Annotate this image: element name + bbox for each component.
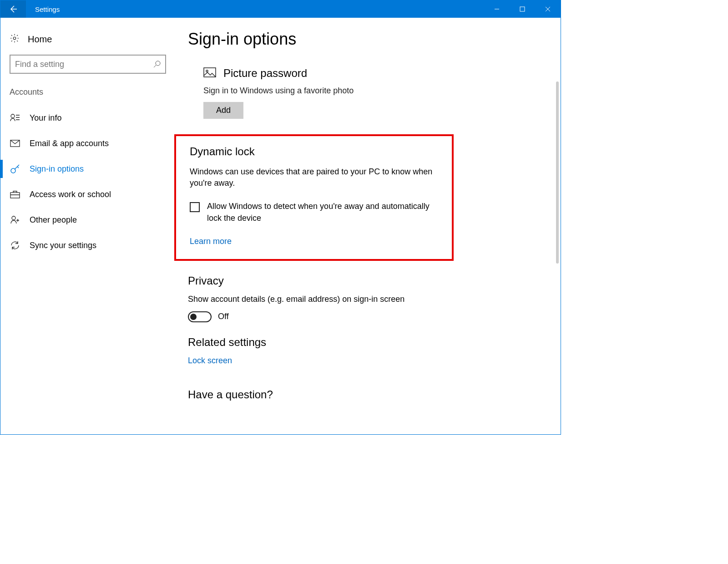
picture-icon <box>203 67 216 79</box>
sidebar-item-label: Your info <box>30 113 61 123</box>
question-heading: Have a question? <box>188 388 506 401</box>
close-icon <box>545 6 551 12</box>
mail-icon <box>10 138 20 149</box>
checkbox-icon[interactable] <box>190 202 200 212</box>
lock-screen-link[interactable]: Lock screen <box>188 356 232 365</box>
gear-icon <box>10 33 20 46</box>
maximize-icon <box>520 6 525 12</box>
sidebar-item-label: Access work or school <box>30 190 111 199</box>
scrollbar-thumb[interactable] <box>556 81 559 264</box>
minimize-button[interactable] <box>484 0 510 18</box>
add-button[interactable]: Add <box>203 102 243 119</box>
sidebar-item-sync[interactable]: Sync your settings <box>10 233 169 258</box>
person-card-icon <box>10 112 20 123</box>
privacy-desc: Show account details (e.g. email address… <box>188 295 506 304</box>
privacy-toggle-row: Off <box>188 311 506 322</box>
home-label: Home <box>28 34 52 45</box>
main-content: Sign-in options Picture password Sign in… <box>169 18 506 434</box>
svg-point-1 <box>13 37 16 40</box>
home-button[interactable]: Home <box>10 29 169 55</box>
minimize-icon <box>494 6 500 12</box>
category-label: Accounts <box>10 87 169 97</box>
svg-rect-6 <box>10 193 20 198</box>
sync-icon <box>10 240 20 251</box>
related-heading: Related settings <box>188 336 506 349</box>
sidebar-item-people[interactable]: Other people <box>10 207 169 233</box>
maximize-button[interactable] <box>510 0 535 18</box>
privacy-toggle-state: Off <box>218 312 229 321</box>
picture-password-heading: Picture password <box>223 67 307 80</box>
search-input[interactable] <box>15 60 147 69</box>
svg-point-7 <box>12 216 15 220</box>
svg-point-2 <box>156 61 160 66</box>
close-button[interactable] <box>535 0 561 18</box>
people-icon <box>10 214 20 225</box>
svg-point-9 <box>206 70 208 72</box>
briefcase-icon <box>10 189 20 200</box>
dynamic-lock-highlight: Dynamic lock Windows can use devices tha… <box>174 134 454 261</box>
window-controls <box>484 0 561 18</box>
dynamic-lock-desc: Windows can use devices that are paired … <box>190 166 435 189</box>
svg-point-3 <box>11 114 15 118</box>
window-title: Settings <box>35 5 60 13</box>
privacy-toggle[interactable] <box>188 311 212 322</box>
scrollbar[interactable] <box>553 18 560 434</box>
sidebar-item-label: Email & app accounts <box>30 139 109 148</box>
sidebar-item-label: Sign-in options <box>30 164 84 174</box>
sidebar-item-your-info[interactable]: Your info <box>10 105 169 131</box>
sidebar-item-label: Sync your settings <box>30 241 96 250</box>
picture-password-heading-row: Picture password <box>203 67 506 80</box>
picture-password-desc: Sign in to Windows using a favorite phot… <box>203 86 506 96</box>
search-box[interactable] <box>10 55 166 74</box>
sidebar-item-email[interactable]: Email & app accounts <box>10 131 169 156</box>
sidebar-item-signin[interactable]: Sign-in options <box>10 156 169 182</box>
sidebar-item-label: Other people <box>30 215 77 225</box>
key-icon <box>10 163 20 174</box>
privacy-heading: Privacy <box>188 274 506 287</box>
dynamic-lock-checkbox-label: Allow Windows to detect when you're away… <box>207 201 435 224</box>
svg-rect-0 <box>520 7 525 11</box>
dynamic-lock-heading: Dynamic lock <box>190 145 443 158</box>
sidebar: Home Accounts Your info Email & app acco… <box>0 18 169 434</box>
sidebar-item-work[interactable]: Access work or school <box>10 182 169 207</box>
learn-more-link[interactable]: Learn more <box>190 237 232 246</box>
titlebar: Settings <box>0 0 561 18</box>
back-arrow-icon <box>9 5 18 14</box>
toggle-knob-icon <box>190 314 197 320</box>
page-title: Sign-in options <box>188 30 506 49</box>
search-icon <box>153 61 161 68</box>
dynamic-lock-checkbox-row[interactable]: Allow Windows to detect when you're away… <box>190 201 435 224</box>
back-button[interactable] <box>0 0 26 18</box>
